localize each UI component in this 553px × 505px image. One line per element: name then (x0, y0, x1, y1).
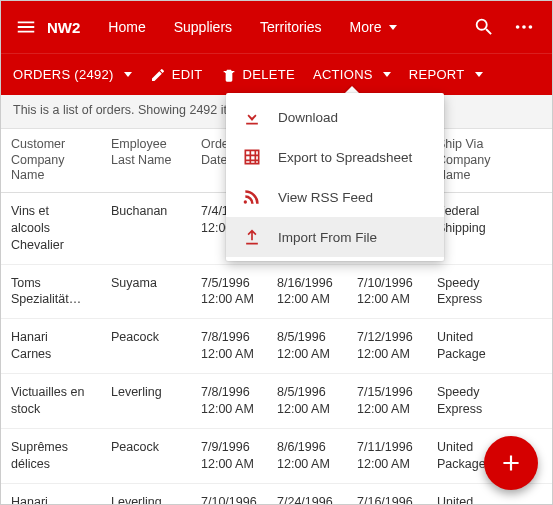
menu-icon[interactable] (9, 16, 43, 38)
menu-import[interactable]: Import From File (226, 217, 444, 257)
report-label: REPORT (409, 67, 465, 82)
delete-button[interactable]: DELETE (221, 67, 295, 83)
svg-point-1 (522, 25, 526, 29)
menu-import-label: Import From File (278, 230, 377, 245)
menu-download[interactable]: Download (226, 97, 444, 137)
cell-customer: Vins et alcools Chevalier (1, 193, 101, 264)
menu-download-label: Download (278, 110, 338, 125)
cell-shipped: 7/10/1996 12:00 AM (347, 265, 427, 319)
brand-label: NW2 (43, 19, 94, 36)
cell-required: 8/6/1996 12:00 AM (267, 429, 347, 483)
cell-order_date: 7/9/1996 12:00 AM (191, 429, 267, 483)
fab-add[interactable] (484, 436, 538, 490)
chevron-down-icon (389, 25, 397, 30)
col-employee[interactable]: Employee Last Name (101, 129, 191, 192)
cell-shipvia: Speedy Express (427, 265, 527, 319)
table-row[interactable]: Hanari CarnesPeacock7/8/1996 12:00 AM8/5… (1, 319, 552, 374)
menu-rss-label: View RSS Feed (278, 190, 373, 205)
download-icon (242, 107, 262, 127)
nav-more[interactable]: More (336, 19, 412, 35)
cell-customer: Toms Spezialität… (1, 265, 101, 319)
cell-employee: Buchanan (101, 193, 191, 264)
chevron-down-icon (124, 72, 132, 77)
menu-export[interactable]: Export to Spreadsheet (226, 137, 444, 177)
table-row[interactable]: Victuailles en stockLeverling7/8/1996 12… (1, 374, 552, 429)
cell-order_date: 7/5/1996 12:00 AM (191, 265, 267, 319)
cell-customer: Victuailles en stock (1, 374, 101, 428)
edit-button[interactable]: EDIT (150, 67, 203, 83)
rss-icon (242, 187, 262, 207)
cell-customer: Suprêmes délices (1, 429, 101, 483)
cell-required: 8/5/1996 12:00 AM (267, 319, 347, 373)
nav-territories[interactable]: Territories (246, 19, 335, 35)
nav-suppliers[interactable]: Suppliers (160, 19, 246, 35)
edit-label: EDIT (172, 67, 203, 82)
cell-employee: Peacock (101, 319, 191, 373)
cell-shipped: 7/15/1996 12:00 AM (347, 374, 427, 428)
cell-order_date: 7/10/1996 12:00 AM (191, 484, 267, 505)
chevron-down-icon (475, 72, 483, 77)
orders-dropdown[interactable]: ORDERS (2492) (13, 67, 132, 82)
cell-customer: Hanari Carnes (1, 484, 101, 505)
upload-icon (242, 227, 262, 247)
cell-required: 7/24/1996 12:00 AM (267, 484, 347, 505)
cell-employee: Suyama (101, 265, 191, 319)
svg-point-0 (516, 25, 520, 29)
cell-shipped: 7/16/1996 12:00 AM (347, 484, 427, 505)
cell-shipvia: Speedy Express (427, 374, 527, 428)
grid-icon (242, 147, 262, 167)
actions-menu: Download Export to Spreadsheet View RSS … (226, 93, 444, 261)
more-horizontal-icon[interactable] (504, 16, 544, 38)
table-row[interactable]: Hanari CarnesLeverling7/10/1996 12:00 AM… (1, 484, 552, 505)
chevron-down-icon (383, 72, 391, 77)
nav-more-label: More (350, 19, 382, 35)
nav-home[interactable]: Home (94, 19, 159, 35)
cell-shipvia: United Package (427, 319, 527, 373)
menu-rss[interactable]: View RSS Feed (226, 177, 444, 217)
menu-export-label: Export to Spreadsheet (278, 150, 412, 165)
delete-label: DELETE (243, 67, 295, 82)
orders-label: ORDERS (2492) (13, 67, 114, 82)
actions-label: ACTIONS (313, 67, 373, 82)
cell-shipped: 7/12/1996 12:00 AM (347, 319, 427, 373)
cell-order_date: 7/8/1996 12:00 AM (191, 319, 267, 373)
cell-customer: Hanari Carnes (1, 319, 101, 373)
table-row[interactable]: Toms Spezialität…Suyama7/5/1996 12:00 AM… (1, 265, 552, 320)
search-icon[interactable] (464, 16, 504, 38)
cell-employee: Leverling (101, 374, 191, 428)
svg-point-2 (529, 25, 533, 29)
table-row[interactable]: Suprêmes délicesPeacock7/9/1996 12:00 AM… (1, 429, 552, 484)
plus-icon (498, 450, 524, 476)
col-customer[interactable]: Customer Company Name (1, 129, 101, 192)
cell-shipped: 7/11/1996 12:00 AM (347, 429, 427, 483)
actions-dropdown[interactable]: ACTIONS (313, 67, 391, 82)
report-dropdown[interactable]: REPORT (409, 67, 483, 82)
cell-employee: Leverling (101, 484, 191, 505)
cell-employee: Peacock (101, 429, 191, 483)
cell-required: 8/16/1996 12:00 AM (267, 265, 347, 319)
cell-order_date: 7/8/1996 12:00 AM (191, 374, 267, 428)
cell-required: 8/5/1996 12:00 AM (267, 374, 347, 428)
